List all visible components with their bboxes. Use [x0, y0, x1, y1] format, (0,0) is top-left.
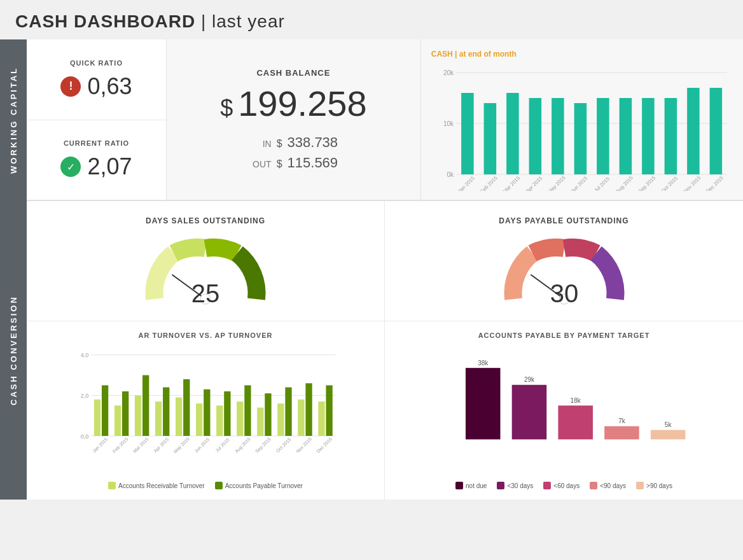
svg-rect-28	[709, 88, 722, 174]
svg-text:Nov 2015: Nov 2015	[683, 175, 702, 191]
legend-label: <60 days	[553, 482, 580, 489]
svg-text:Jun 2015: Jun 2015	[193, 437, 211, 454]
svg-text:0k: 0k	[447, 171, 454, 178]
svg-rect-63	[237, 402, 243, 436]
quick-ratio-icon: !	[60, 76, 81, 97]
cash-conversion-row: CASH CONVERSION DAYS SALES OUTSTANDING	[0, 201, 743, 500]
svg-rect-58	[204, 389, 210, 436]
legend-dot	[543, 482, 551, 489]
svg-text:Jul 2015: Jul 2015	[214, 437, 231, 454]
ar-ap-legend: Accounts Receivable Turnover Accounts Pa…	[37, 482, 374, 489]
cash-balance-amount: 199.258	[238, 83, 366, 124]
legend-ap-dot	[215, 482, 223, 489]
svg-rect-8	[483, 103, 496, 174]
quick-ratio-card: QUICK RATIO ! 0,63	[27, 39, 166, 120]
dpo-title: DAYS PAYABLE OUTSTANDING	[499, 216, 628, 225]
cash-bar-chart: 20k 10k 0k Jan 2015Feb 2015Mar 2015Apr 2…	[431, 64, 733, 193]
svg-rect-64	[244, 385, 251, 436]
legend-ar-label: Accounts Receivable Turnover	[118, 482, 205, 489]
legend-dot	[636, 482, 644, 489]
svg-rect-57	[196, 403, 202, 436]
ap-payment-legend: not due<30 days<60 days<90 days>90 days	[395, 482, 733, 489]
svg-rect-67	[265, 393, 271, 436]
legend-ap: Accounts Payable Turnover	[215, 482, 303, 489]
legend-dot	[590, 482, 597, 489]
svg-text:Jun 2015: Jun 2015	[570, 175, 589, 191]
cash-balance-area: CASH BALANCE $ 199.258 IN $ 338.738 OUT	[167, 39, 421, 200]
legend-item: <90 days	[590, 482, 626, 489]
svg-text:38k: 38k	[478, 360, 489, 367]
svg-rect-18	[597, 98, 609, 174]
svg-rect-69	[277, 403, 284, 436]
svg-rect-52	[163, 388, 169, 436]
legend-dot	[455, 482, 463, 489]
svg-text:25: 25	[191, 279, 220, 305]
svg-text:Mar 2015: Mar 2015	[132, 437, 149, 454]
svg-text:Feb 2015: Feb 2015	[479, 175, 499, 191]
legend-label: not due	[466, 482, 487, 489]
legend-item: <30 days	[497, 482, 533, 489]
svg-text:Sep 2015: Sep 2015	[254, 436, 272, 454]
svg-text:Oct 2015: Oct 2015	[660, 175, 679, 191]
cash-in-amount: 338.738	[288, 134, 338, 151]
main-layout: WORKING CAPITAL QUICK RATIO ! 0,63 CURRE…	[0, 39, 743, 500]
svg-text:Mar 2015: Mar 2015	[502, 175, 522, 191]
svg-rect-45	[115, 405, 121, 436]
legend-ar: Accounts Receivable Turnover	[108, 482, 205, 489]
svg-rect-55	[183, 379, 190, 436]
legend-item: <60 days	[543, 482, 580, 489]
quick-ratio-title: QUICK RATIO	[70, 59, 123, 67]
svg-rect-24	[664, 98, 677, 174]
svg-rect-86	[651, 430, 686, 440]
svg-rect-48	[135, 395, 141, 436]
title-light: | last year	[195, 11, 285, 31]
ap-payment-title: ACCOUNTS PAYABLE BY PAYMENT TARGET	[395, 332, 733, 339]
svg-rect-10	[506, 93, 519, 174]
svg-text:Jan 2015: Jan 2015	[457, 175, 476, 191]
legend-label: <30 days	[507, 482, 533, 489]
svg-rect-70	[285, 388, 291, 436]
svg-text:20k: 20k	[443, 69, 454, 76]
svg-rect-16	[574, 103, 587, 174]
dpo-area: DAYS PAYABLE OUTSTANDING	[385, 201, 743, 321]
svg-rect-82	[558, 405, 593, 439]
svg-rect-46	[122, 391, 128, 436]
svg-rect-54	[176, 398, 182, 436]
svg-rect-84	[604, 426, 639, 440]
svg-rect-60	[216, 405, 223, 436]
current-ratio-icon: ✓	[60, 157, 81, 177]
working-capital-label: WORKING CAPITAL	[0, 39, 27, 201]
legend-item: not due	[455, 482, 487, 489]
cash-dollar-sign: $	[220, 95, 233, 122]
cash-balance-rows: IN $ 338.738 OUT $ 115.569	[249, 134, 338, 171]
svg-rect-42	[94, 400, 101, 436]
dso-area: DAYS SALES OUTSTANDING	[27, 201, 385, 321]
svg-text:7k: 7k	[618, 417, 626, 424]
svg-rect-80	[512, 385, 547, 440]
page-container: CASH DASHBOARD | last year WORKING CAPIT…	[0, 0, 743, 500]
svg-text:29k: 29k	[524, 376, 535, 383]
svg-rect-14	[552, 98, 564, 174]
svg-text:Sep 2015: Sep 2015	[637, 175, 657, 191]
legend-label: <90 days	[600, 482, 626, 489]
svg-rect-22	[642, 98, 655, 174]
cash-out-amount: 115.569	[288, 155, 338, 171]
svg-text:Apr 2015: Apr 2015	[153, 437, 170, 454]
dso-gauge: 25	[142, 235, 269, 305]
cash-balance-title: CASH BALANCE	[256, 68, 330, 78]
svg-rect-12	[529, 98, 541, 174]
svg-rect-20	[619, 98, 632, 174]
svg-text:Oct 2015: Oct 2015	[275, 437, 292, 454]
svg-rect-61	[224, 391, 230, 436]
ratio-cards: QUICK RATIO ! 0,63 CURRENT RATIO ✓ 2,07	[27, 39, 167, 200]
svg-rect-49	[142, 375, 149, 436]
legend-ar-dot	[108, 482, 116, 489]
cash-chart-area: CASH | at end of month 20k 10k 0k Jan 20…	[421, 39, 743, 200]
legend-ap-label: Accounts Payable Turnover	[225, 482, 303, 489]
svg-text:Nov 2015: Nov 2015	[295, 436, 313, 454]
cash-in-label: IN	[249, 139, 272, 149]
cash-in-row: IN $ 338.738	[249, 134, 338, 151]
cash-out-row: OUT $ 115.569	[249, 155, 338, 171]
svg-rect-75	[318, 402, 324, 436]
cash-out-label: OUT	[249, 159, 272, 169]
